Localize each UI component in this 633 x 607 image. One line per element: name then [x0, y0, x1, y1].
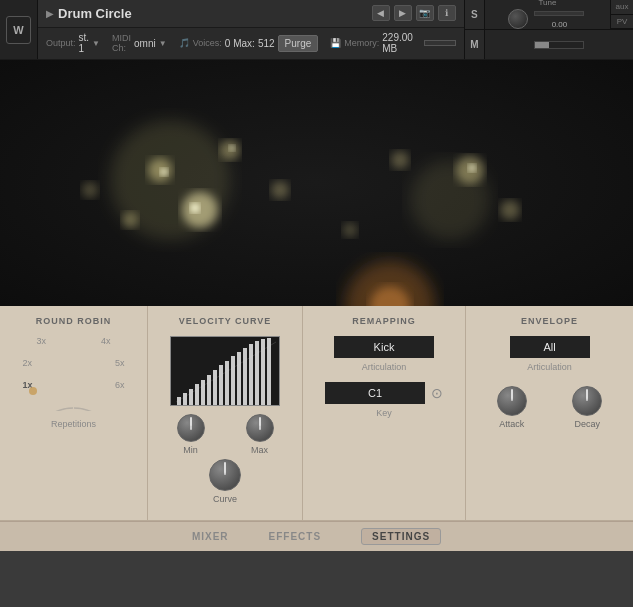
prev-button[interactable]: ◀ [372, 5, 390, 21]
key-label: Key [311, 408, 457, 418]
svg-rect-23 [189, 389, 193, 405]
curve-knob[interactable] [209, 459, 241, 491]
attack-label: Attack [499, 419, 524, 429]
svg-point-13 [160, 168, 168, 176]
info-button[interactable]: ℹ [438, 5, 456, 21]
plugin-title: Drum Circle [58, 6, 372, 21]
output-value: st. 1 [79, 32, 90, 54]
svg-rect-36 [267, 338, 271, 405]
s-button[interactable]: S [465, 0, 485, 29]
velocity-curve-title: VELOCITY CURVE [156, 316, 294, 326]
max-label: Max [251, 445, 268, 455]
svg-rect-22 [183, 393, 187, 405]
key-field[interactable]: C1 [325, 382, 425, 404]
max-knob[interactable] [246, 414, 274, 442]
level-fill [535, 42, 549, 48]
tune-value: 0.00 [532, 20, 586, 29]
svg-rect-29 [225, 361, 229, 405]
svg-point-11 [391, 151, 409, 169]
midi-dropdown-icon: ▼ [159, 39, 167, 48]
expand-arrow-icon[interactable]: ▶ [46, 8, 54, 19]
drum-visualization [0, 60, 633, 306]
remapping-section: REMAPPING Kick Articulation C1 ⊙ Key [303, 306, 466, 520]
attack-knob-group: Attack [497, 386, 527, 429]
voices-item: 🎵 Voices: 0 Max: 512 Purge [179, 35, 319, 52]
output-item[interactable]: Output: st. 1 ▼ [46, 32, 100, 54]
m-row: M [465, 30, 633, 59]
rr-repetitions-label: Repetitions [8, 419, 139, 429]
output-dropdown-icon: ▼ [92, 39, 100, 48]
memory-icon: 💾 [330, 38, 341, 48]
curve-knob-group-wrapper: Curve [156, 459, 294, 504]
output-label: Output: [46, 38, 76, 48]
bottom-nav: MIXER EFFECTS SETTINGS [0, 521, 633, 551]
svg-rect-34 [255, 341, 259, 405]
midi-label: MIDI Ch: [112, 33, 131, 53]
top-bar-main: ▶ Drum Circle ◀ ▶ 📷 ℹ Output: st. 1 ▼ MI… [38, 0, 464, 59]
title-controls: ◀ ▶ 📷 ℹ [372, 5, 456, 21]
svg-rect-31 [237, 352, 241, 405]
controls-area: ROUND ROBIN 3x 4x 2x 5x 1x 6x Repetition… [0, 306, 633, 551]
svg-point-18 [29, 387, 37, 395]
key-row: C1 ⊙ [311, 382, 457, 404]
max-value: 512 [258, 38, 275, 49]
next-button[interactable]: ▶ [394, 5, 412, 21]
svg-point-9 [82, 182, 98, 198]
display-area [0, 60, 633, 306]
svg-rect-28 [219, 365, 223, 405]
top-bar: W ▶ Drum Circle ◀ ▶ 📷 ℹ Output: st. 1 ▼ … [0, 0, 633, 60]
smr-row: S Tune 0.00 aux PV [465, 0, 633, 30]
m-button[interactable]: M [465, 30, 485, 59]
round-robin-title: ROUND ROBIN [8, 316, 139, 326]
vel-controls: Min Max [156, 414, 294, 455]
svg-rect-30 [231, 356, 235, 405]
velocity-display: // bars will be drawn inline [170, 336, 280, 406]
rr-diagram: 3x 4x 2x 5x 1x 6x [19, 336, 129, 411]
svg-point-10 [343, 223, 357, 237]
tune-label: Tune [538, 0, 556, 7]
tune-knob[interactable] [508, 9, 528, 29]
svg-rect-32 [243, 348, 247, 405]
settings-nav-item[interactable]: SETTINGS [361, 528, 441, 545]
pv-button[interactable]: PV [611, 15, 633, 30]
memory-bar [424, 40, 456, 46]
min-knob-group: Min [177, 414, 205, 455]
curve-knob-group: Curve [209, 459, 241, 504]
attack-knob[interactable] [497, 386, 527, 416]
velocity-bars-svg: // bars will be drawn inline [171, 337, 280, 406]
envelope-title: ENVELOPE [474, 316, 625, 326]
min-label: Min [183, 445, 198, 455]
camera-button[interactable]: 📷 [416, 5, 434, 21]
svg-point-15 [468, 164, 476, 172]
min-knob[interactable] [177, 414, 205, 442]
svg-rect-21 [177, 397, 181, 405]
level-bar [534, 41, 584, 49]
mixer-nav-item[interactable]: MIXER [192, 531, 229, 542]
articulation-label: Articulation [311, 362, 457, 372]
env-articulation-field[interactable]: All [510, 336, 590, 358]
memory-label: Memory: [344, 38, 379, 48]
svg-point-12 [190, 203, 200, 213]
voices-value: 0 [225, 38, 231, 49]
decay-label: Decay [574, 419, 600, 429]
articulation-field[interactable]: Kick [334, 336, 434, 358]
round-robin-section: ROUND ROBIN 3x 4x 2x 5x 1x 6x Repetition… [0, 306, 148, 520]
rr-arc [19, 336, 129, 411]
top-bar-right: S Tune 0.00 aux PV M [464, 0, 633, 59]
purge-button[interactable]: Purge [278, 35, 319, 52]
curve-label: Curve [213, 494, 237, 504]
svg-rect-33 [249, 344, 253, 405]
svg-point-8 [500, 200, 520, 220]
svg-point-3 [148, 158, 172, 182]
voices-icon: 🎵 [179, 38, 190, 48]
aux-button[interactable]: aux [611, 0, 633, 15]
title-row: ▶ Drum Circle ◀ ▶ 📷 ℹ [38, 0, 464, 28]
max-label: Max: [233, 38, 255, 49]
effects-nav-item[interactable]: EFFECTS [269, 531, 322, 542]
env-knobs: Attack Decay [474, 386, 625, 429]
logo-area: W [0, 0, 38, 59]
decay-knob[interactable] [572, 386, 602, 416]
midi-item[interactable]: MIDI Ch: omni ▼ [112, 33, 167, 53]
svg-point-2 [182, 192, 218, 228]
info-row: Output: st. 1 ▼ MIDI Ch: omni ▼ 🎵 Voices… [38, 28, 464, 59]
